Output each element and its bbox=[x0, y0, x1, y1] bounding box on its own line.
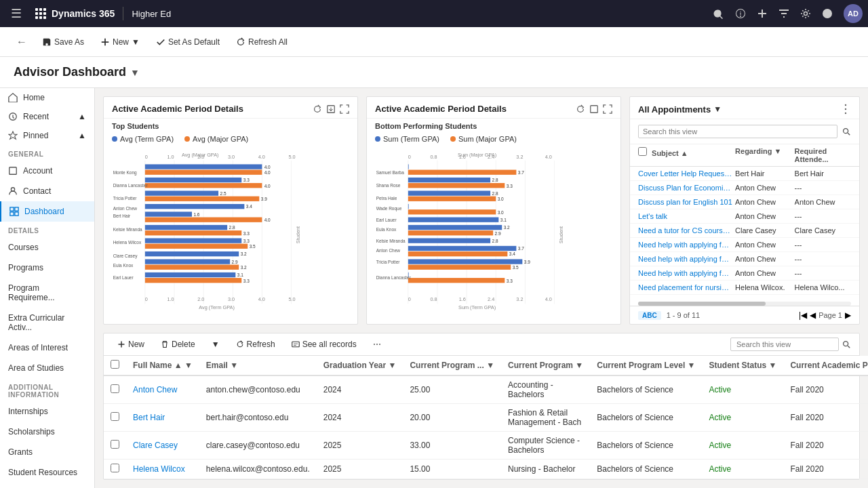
th-program-level[interactable]: Current Program Level ▼ bbox=[590, 356, 702, 375]
select-all-table-checkbox[interactable] bbox=[111, 360, 119, 369]
appt-row-5[interactable]: Need help with applying for a job for th… bbox=[630, 238, 859, 252]
th-email[interactable]: Email ▼ bbox=[199, 356, 317, 375]
th-status[interactable]: Student Status ▼ bbox=[703, 356, 784, 375]
th-academic-period[interactable]: Current Academic Period ▼ bbox=[783, 356, 868, 375]
dashboard-chevron[interactable]: ▼ bbox=[130, 67, 140, 78]
th-fullname[interactable]: Full Name ▲ ▼ bbox=[126, 356, 199, 375]
svg-rect-41 bbox=[145, 230, 241, 235]
table-row[interactable]: Bert Hair bert.hair@contoso.edu 2024 20.… bbox=[104, 404, 868, 432]
select-all-checkbox[interactable] bbox=[638, 147, 647, 156]
sidebar-recent[interactable]: Recent ▲ bbox=[0, 107, 94, 126]
sidebar-item-programs[interactable]: Programs bbox=[0, 258, 94, 278]
legend-sum-major-label: Sum (Major GPA) bbox=[458, 135, 517, 143]
row-name-0[interactable]: Anton Chew bbox=[126, 375, 199, 404]
appt-scrollbar[interactable] bbox=[638, 302, 851, 306]
appt-row-8[interactable]: Need placement for nursing practicum. He… bbox=[630, 281, 859, 295]
row-checkbox-1[interactable] bbox=[111, 412, 119, 421]
row-checkbox-2[interactable] bbox=[111, 440, 119, 449]
table-row[interactable]: Helena Wilcox helena.wilcox@contoso.edu.… bbox=[104, 460, 868, 479]
table-new-button[interactable]: New bbox=[112, 338, 150, 351]
refresh-right-icon[interactable] bbox=[576, 104, 585, 114]
question-icon[interactable] bbox=[822, 8, 833, 19]
table-search-icon[interactable] bbox=[842, 340, 851, 349]
appt-row-1[interactable]: Discuss Plan for Economics 301 Anton Che… bbox=[630, 181, 859, 195]
appt-row-7[interactable]: Need help with applying for a job for th… bbox=[630, 266, 859, 281]
expand-right-icon[interactable] bbox=[603, 104, 612, 114]
abc-badge[interactable]: ABC bbox=[638, 311, 661, 320]
table-row[interactable]: Clare Casey clare.casey@contoso.edu 2025… bbox=[104, 432, 868, 460]
sidebar-item-contact[interactable]: Contact bbox=[0, 181, 94, 201]
appt-prev-page[interactable]: ◀ bbox=[810, 310, 816, 320]
expand-chart-icon[interactable] bbox=[340, 104, 349, 114]
svg-text:Student: Student bbox=[558, 226, 564, 243]
appt-first-page[interactable]: |◀ bbox=[799, 310, 807, 320]
table-delete-button[interactable]: Delete bbox=[155, 338, 201, 351]
sidebar-item-courses[interactable]: Courses bbox=[0, 237, 94, 258]
charts-row: Active Academic Period Details Top Stude… bbox=[103, 96, 860, 325]
app-logo[interactable]: Dynamics 365 bbox=[35, 8, 115, 19]
appointments-more-icon[interactable] bbox=[840, 104, 851, 115]
row-check-3[interactable] bbox=[104, 460, 126, 479]
sidebar-item-extracurricular[interactable]: Extra Curricular Activ... bbox=[0, 308, 94, 338]
row-name-1[interactable]: Bert Hair bbox=[126, 404, 199, 432]
settings-icon[interactable] bbox=[800, 8, 811, 19]
row-check-1[interactable] bbox=[104, 404, 126, 432]
row-checkbox-3[interactable] bbox=[111, 464, 119, 472]
row-check-2[interactable] bbox=[104, 432, 126, 460]
export-right-icon[interactable] bbox=[589, 104, 599, 114]
refresh-all-button[interactable]: Refresh All bbox=[229, 35, 294, 49]
th-program2[interactable]: Current Program ▼ bbox=[501, 356, 590, 375]
table-more-button[interactable]: ⋯ bbox=[368, 338, 387, 351]
row-checkbox-0[interactable] bbox=[111, 384, 119, 393]
filter-icon[interactable] bbox=[778, 8, 789, 19]
search-icon[interactable] bbox=[713, 8, 724, 19]
save-as-button[interactable]: Save As bbox=[35, 35, 91, 49]
svg-rect-40 bbox=[145, 225, 227, 230]
refresh-chart-icon[interactable] bbox=[313, 104, 322, 114]
sidebar-item-scholarships[interactable]: Scholarships bbox=[0, 422, 94, 442]
waffle-icon[interactable] bbox=[35, 8, 46, 19]
sidebar-item-dashboard[interactable]: Dashboard bbox=[0, 201, 94, 222]
row-name-2[interactable]: Clare Casey bbox=[126, 432, 199, 460]
appointments-search-input[interactable] bbox=[638, 125, 837, 138]
sidebar-home[interactable]: Home bbox=[0, 88, 94, 107]
sidebar-item-areas-interest[interactable]: Areas of Interest bbox=[0, 338, 94, 358]
table-search-input[interactable] bbox=[730, 338, 839, 351]
back-button[interactable]: ← bbox=[11, 33, 33, 51]
add-icon[interactable] bbox=[757, 8, 768, 19]
appt-row-0[interactable]: Cover Letter Help Requested Bert Hair Be… bbox=[630, 167, 859, 181]
row-name-3[interactable]: Helena Wilcox bbox=[126, 460, 199, 479]
th-program1[interactable]: Current Program ... ▼ bbox=[403, 356, 501, 375]
sidebar-item-areas-studies[interactable]: Area of Studies bbox=[0, 358, 94, 378]
appt-next-page[interactable]: ▶ bbox=[845, 310, 851, 320]
new-button[interactable]: New ▼ bbox=[94, 35, 146, 49]
sidebar-item-student-resources[interactable]: Student Resources bbox=[0, 462, 94, 483]
appt-row-4[interactable]: Need a tutor for CS coursework Clare Cas… bbox=[630, 224, 859, 238]
appt-row-6[interactable]: Need help with applying for a job for th… bbox=[630, 252, 859, 266]
hamburger-icon[interactable]: ☰ bbox=[5, 1, 27, 26]
appointments-chevron[interactable]: ▼ bbox=[713, 104, 722, 114]
sidebar-item-grants[interactable]: Grants bbox=[0, 442, 94, 462]
sidebar-item-internships[interactable]: Internships bbox=[0, 401, 94, 422]
select-all-th[interactable] bbox=[104, 356, 126, 375]
export-chart-icon[interactable] bbox=[326, 104, 336, 114]
sidebar-pinned[interactable]: Pinned ▲ bbox=[0, 126, 94, 145]
table-see-all-button[interactable]: See all records bbox=[286, 338, 362, 351]
svg-rect-93 bbox=[408, 178, 490, 182]
appointments-search-icon[interactable] bbox=[842, 127, 851, 136]
table-delete-more[interactable]: ▼ bbox=[206, 338, 225, 351]
row-check-0[interactable] bbox=[104, 375, 126, 404]
user-avatar[interactable]: AD bbox=[844, 4, 863, 23]
sidebar-item-program-req[interactable]: Program Requireme... bbox=[0, 278, 94, 308]
appt-row-3[interactable]: Let's talk Anton Chew --- bbox=[630, 209, 859, 224]
sidebar-item-account[interactable]: Account bbox=[0, 161, 94, 181]
appt-row-2[interactable]: Discuss plan for English 101 Anton Chew … bbox=[630, 195, 859, 209]
set-default-button[interactable]: Set As Default bbox=[149, 35, 226, 49]
new-chevron[interactable]: ▼ bbox=[132, 37, 140, 47]
svg-text:Avg (Term GPA): Avg (Term GPA) bbox=[199, 304, 235, 310]
svg-text:5.0: 5.0 bbox=[288, 154, 295, 160]
table-refresh-button[interactable]: Refresh bbox=[231, 338, 281, 351]
help-icon[interactable] bbox=[735, 8, 746, 19]
th-grad-year[interactable]: Graduation Year ▼ bbox=[317, 356, 403, 375]
table-row[interactable]: Anton Chew anton.chew@contoso.edu 2024 2… bbox=[104, 375, 868, 404]
